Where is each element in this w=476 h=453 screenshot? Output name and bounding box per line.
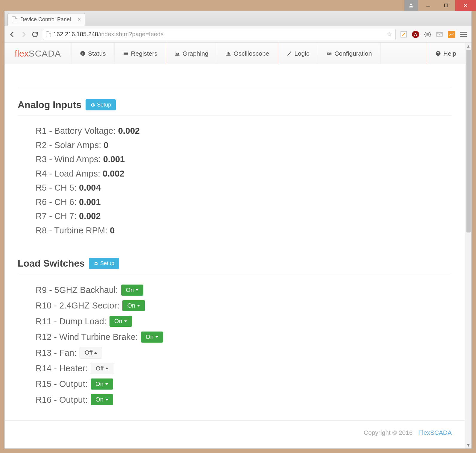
caret-down-icon — [136, 289, 139, 291]
toggle-label: On — [146, 334, 154, 340]
nav-configuration[interactable]: Configuration — [318, 43, 381, 64]
browser-tab[interactable]: Device Control Panel × — [7, 13, 85, 26]
reg-label: R15 - Output: — [36, 377, 88, 391]
reg-label: R10 - 2.4GHZ Sector: — [36, 299, 119, 312]
analog-row: R5 - CH 5: 0.004 — [36, 181, 452, 194]
mail-extension-icon[interactable] — [436, 31, 443, 38]
copyright-text: Copyright © 2016 - — [364, 429, 418, 436]
toggle-label: On — [95, 381, 104, 387]
nav-oscilloscope[interactable]: Oscilloscope — [217, 43, 278, 64]
caret-down-icon — [137, 305, 140, 307]
reg-label: R5 - CH 5: — [36, 183, 79, 192]
nav-logic[interactable]: Logic — [278, 43, 318, 64]
list-icon — [123, 51, 129, 56]
reg-label: R7 - CH 7: — [36, 211, 79, 221]
caret-up-icon — [94, 352, 97, 354]
page-footer: Copyright © 2016 - FlexSCADA — [4, 420, 465, 445]
window-minimize-button[interactable] — [419, 0, 437, 11]
nav-graphing[interactable]: Graphing — [166, 43, 217, 64]
scroll-up-arrow[interactable]: ▲ — [465, 43, 472, 49]
browser-toolbar: 162.216.185.248/index.shtm?page=feeds ☆ … — [4, 26, 472, 43]
analog-row: R4 - Load Amps: 0.002 — [36, 167, 452, 180]
edit-extension-icon[interactable] — [400, 31, 407, 38]
reg-label: R16 - Output: — [36, 393, 88, 407]
analog-row: R6 - CH 6: 0.001 — [36, 196, 452, 209]
browser-window: Device Control Panel × 162.216.185.248/i… — [4, 11, 472, 449]
window-maximize-button[interactable] — [437, 0, 455, 11]
toggle-label: On — [95, 396, 104, 403]
switch-toggle-button[interactable]: On — [121, 285, 144, 296]
reg-label: R12 - Wind Turbine Brake: — [36, 330, 138, 344]
browser-menu-button[interactable] — [460, 31, 467, 38]
scroll-thumb[interactable] — [466, 50, 471, 232]
switch-row: R12 - Wind Turbine Brake: On — [36, 330, 452, 344]
nav-status[interactable]: Status — [72, 43, 115, 64]
analog-inputs-list: R1 - Battery Voltage: 0.002R2 - Solar Am… — [18, 124, 452, 237]
sliders-icon — [326, 51, 332, 56]
footer-link[interactable]: FlexSCADA — [418, 429, 452, 436]
reg-value: 0 — [104, 140, 108, 150]
svg-text:?: ? — [437, 51, 439, 55]
toggle-label: On — [127, 302, 135, 309]
svg-rect-2 — [445, 4, 448, 7]
switch-toggle-button[interactable]: Off — [80, 347, 102, 358]
nav-label: Graphing — [183, 50, 208, 57]
vertical-scrollbar[interactable]: ▲ ▼ — [465, 43, 472, 449]
svg-point-0 — [410, 4, 412, 5]
browser-viewport: flexSCADA Status Registers Graphing — [4, 43, 472, 449]
brand-logo[interactable]: flexSCADA — [4, 43, 72, 64]
forward-button[interactable] — [20, 31, 27, 38]
analytics-extension-icon[interactable] — [448, 31, 455, 38]
reload-button[interactable] — [31, 31, 39, 38]
switches-setup-button[interactable]: Setup — [89, 258, 119, 269]
toggle-label: On — [114, 318, 122, 325]
reg-value: 0.002 — [118, 126, 140, 136]
url-text: 162.216.185.248/index.shtm?page=feeds — [53, 31, 384, 38]
browser-tab-strip: Device Control Panel × — [4, 11, 472, 26]
switch-row: R13 - Fan: Off — [36, 346, 452, 360]
switch-row: R11 - Dump Load: On — [36, 314, 452, 328]
switch-row: R15 - Output: On — [36, 377, 452, 391]
switch-toggle-button[interactable]: On — [91, 394, 113, 405]
page-icon — [46, 31, 51, 37]
reg-value: 0.002 — [103, 169, 124, 178]
caret-up-icon — [105, 367, 108, 369]
switch-row: R16 - Output: On — [36, 393, 452, 407]
tab-title: Device Control Panel — [20, 16, 71, 23]
nav-label: Logic — [294, 50, 309, 57]
tab-close-icon[interactable]: × — [77, 16, 81, 23]
svg-rect-12 — [124, 54, 128, 55]
extension-icons: A {≡} — [400, 31, 467, 38]
wave-icon — [226, 51, 231, 56]
reg-label: R3 - Wind Amps: — [36, 154, 103, 164]
reg-value: 0.004 — [79, 183, 101, 192]
switch-toggle-button[interactable]: On — [91, 378, 113, 390]
help-icon: ? — [435, 51, 441, 56]
svg-rect-1 — [426, 7, 430, 7]
switch-toggle-button[interactable]: On — [122, 300, 145, 311]
switch-toggle-button[interactable]: On — [141, 332, 163, 343]
reg-label: R14 - Heater: — [36, 361, 88, 375]
scroll-down-arrow[interactable]: ▼ — [465, 442, 472, 449]
window-user-button[interactable] — [404, 0, 418, 11]
switch-toggle-button[interactable]: Off — [91, 363, 113, 374]
reg-label: R13 - Fan: — [36, 346, 77, 360]
nav-help[interactable]: ? Help — [427, 43, 465, 64]
section-switches-header: Load Switches Setup — [18, 246, 452, 274]
toggle-label: Off — [85, 349, 92, 356]
json-extension-icon[interactable]: {≡} — [424, 31, 431, 38]
adblock-extension-icon[interactable]: A — [412, 31, 419, 38]
reg-value: 0.001 — [103, 154, 125, 164]
analog-row: R8 - Turbine RPM: 0 — [36, 224, 452, 237]
nav-registers[interactable]: Registers — [115, 43, 166, 64]
switch-toggle-button[interactable]: On — [110, 316, 132, 327]
window-close-button[interactable] — [455, 0, 476, 11]
analog-setup-button[interactable]: Setup — [86, 99, 116, 110]
switch-row: R14 - Heater: Off — [36, 361, 452, 375]
section-analog-header: Analog Inputs Setup — [18, 87, 452, 115]
page-content: flexSCADA Status Registers Graphing — [4, 43, 465, 449]
back-button[interactable] — [9, 31, 16, 38]
address-bar[interactable]: 162.216.185.248/index.shtm?page=feeds ☆ — [43, 29, 396, 40]
reg-label: R9 - 5GHZ Backhaul: — [36, 283, 118, 297]
bookmark-star-icon[interactable]: ☆ — [386, 31, 392, 38]
